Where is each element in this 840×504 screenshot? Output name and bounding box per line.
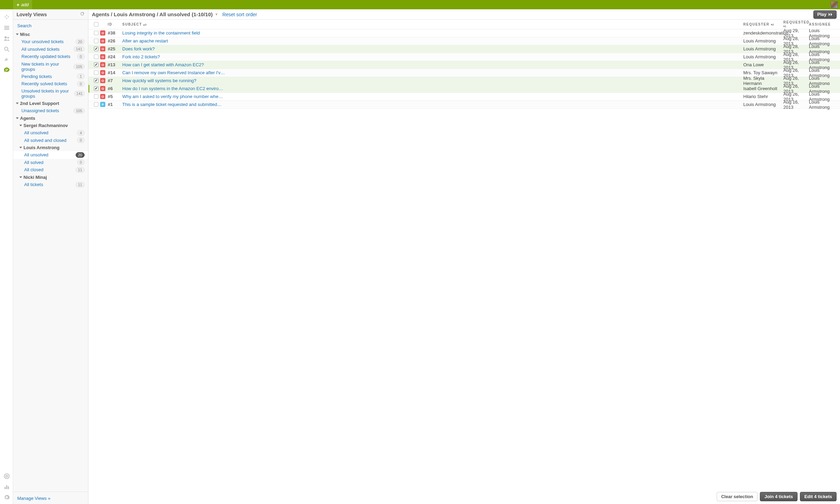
count-badge: 141 [74,91,85,96]
row-checkbox[interactable] [94,47,98,51]
svg-rect-7 [5,69,8,69]
table-row[interactable]: O#24Fork into 2 tickets?Louis ArmstrongA… [88,53,481,61]
group-agents[interactable]: Agents [13,115,88,122]
count-badge: 20 [76,152,85,158]
top-bar: + add [0,0,481,9]
reset-sort-link[interactable]: Reset sort order [222,12,257,17]
main-header: Agents / Louis Armstrong / All unsolved … [88,9,481,20]
sidebar-item[interactable]: All unsolved4 [13,129,88,137]
sidebar-item[interactable]: Pending tickets1 [13,72,88,80]
count-badge: 11 [76,167,85,173]
ticket-id: #6 [108,86,122,91]
sidebar-item[interactable]: Your unsolved tickets20 [13,38,88,46]
ticket-subject-link[interactable]: Why am I asked to verify my phone number… [122,94,481,99]
caret-down-icon [19,125,22,126]
sidebar-search-link[interactable]: Search [17,23,31,28]
ticket-id: #5 [108,94,122,99]
svg-rect-8 [5,70,8,70]
count-badge: 1 [77,74,85,79]
table-row[interactable]: O#5Why am I asked to verify my phone num… [88,93,481,101]
status-badge: O [100,30,105,36]
table-row[interactable]: O#6How do I run systems in the Amazon EC… [88,85,481,93]
agent-sergei[interactable]: Sergei Rachmaninov [13,122,88,129]
table-row[interactable]: O#26After an apache restartLouis Armstro… [88,37,481,45]
sidebar-item[interactable]: Unsolved tickets in your groups141 [13,88,88,100]
row-checkbox[interactable] [94,31,98,35]
row-checkbox[interactable] [94,70,98,75]
sidebar-item[interactable]: All unsolved20 [13,151,88,159]
sidebar-item[interactable]: New tickets in your groups105 [13,60,88,73]
table-row[interactable]: P#1This is a sample ticket requested and… [88,101,481,109]
caret-down-icon [19,176,22,178]
search-icon[interactable] [0,44,13,55]
table-row[interactable]: O#13How can I get started with Amazon EC… [88,61,481,69]
table-row[interactable]: O#38Losing integrity in the containment … [88,29,481,37]
row-checkbox[interactable] [94,94,98,99]
row-checkbox[interactable] [94,62,98,67]
views-icon[interactable] [0,65,13,76]
agent-louis[interactable]: Louis Armstrong [13,144,88,151]
ticket-subject-link[interactable]: Losing integrity in the containment fiel… [122,30,481,36]
ticket-subject-link[interactable]: Can I remove my own Reserved Instance af… [122,70,481,75]
breadcrumb[interactable]: Agents / Louis Armstrong / All unsolved … [92,11,218,17]
ticket-subject-link[interactable]: How do I run systems in the Amazon EC2 e… [122,86,481,91]
menu-icon[interactable] [0,23,13,33]
dashboard-icon[interactable] [0,12,13,23]
sidebar-item[interactable]: Unassigned tickets105 [13,107,88,115]
table-header: ID SUBJECT ▴3 REQUESTER ▾2 REQUESTED ▾1 … [88,20,481,29]
add-button[interactable]: + add [13,0,32,9]
ticket-id: #38 [108,30,122,36]
svg-rect-9 [5,70,7,71]
agent-nicki[interactable]: Nicki Minaj [13,174,88,181]
status-badge: O [100,54,105,59]
ticket-id: #24 [108,54,122,59]
select-all-checkbox[interactable] [94,22,98,27]
ticket-subject-link[interactable]: How quickly will systems be running? [122,78,481,83]
ticket-id: #7 [108,78,122,83]
plus-icon: + [17,2,19,8]
col-id[interactable]: ID [108,22,122,26]
row-checkbox[interactable] [94,102,98,107]
table-row[interactable]: O#14Can I remove my own Reserved Instanc… [88,69,481,77]
sidebar-item[interactable]: All solved and closed0 [13,136,88,144]
ticket-subject-link[interactable]: Fork into 2 tickets? [122,54,481,59]
sidebar: Lovely Views Search Misc Your unsolved t… [13,9,88,288]
sidebar-item[interactable]: Recently updated tickets0 [13,53,88,60]
ticket-id: #26 [108,38,122,43]
ticket-id: #13 [108,62,122,67]
sidebar-item[interactable]: All solved0 [13,159,88,166]
ticket-subject-link[interactable]: This is a sample ticket requested and su… [122,102,481,107]
ticket-subject-link[interactable]: After an apache restart [122,38,481,43]
svg-point-3 [4,36,7,38]
ticket-id: #14 [108,70,122,75]
users-icon[interactable] [0,33,13,44]
col-subject[interactable]: SUBJECT ▴3 [122,22,481,26]
sidebar-item[interactable]: All closed11 [13,166,88,174]
refresh-icon[interactable] [80,11,85,18]
count-badge: 105 [74,108,85,114]
ticket-subject-link[interactable]: Does fork work? [122,46,481,51]
sidebar-item[interactable]: All tickets11 [13,181,88,188]
count-badge: 0 [77,81,85,87]
row-checkbox[interactable] [94,86,98,91]
row-checkbox[interactable] [94,55,98,59]
status-badge: O [100,94,105,99]
sidebar-item[interactable]: All unsolved tickets141 [13,46,88,53]
ticket-subject-link[interactable]: How can I get started with Amazon EC2? [122,62,481,67]
row-checkbox[interactable] [94,39,98,43]
scratch-icon[interactable] [0,54,13,65]
status-badge: O [100,70,105,75]
caret-down-icon [16,117,19,119]
caret-down-icon [16,103,19,104]
row-checkbox[interactable] [94,78,98,83]
ticket-id: #1 [108,102,122,107]
sidebar-item[interactable]: Recently solved tickets0 [13,80,88,88]
table-row[interactable]: O#25Does fork work?Louis ArmstrongAug 28… [88,45,481,53]
table-row[interactable]: O#7How quickly will systems be running?M… [88,77,481,85]
chevron-down-icon: ▼ [215,12,218,16]
group-2nd-level[interactable]: 2nd Level Support [13,100,88,107]
group-misc[interactable]: Misc [13,31,88,38]
status-badge: O [100,38,105,43]
add-label: add [21,2,29,7]
count-badge: 0 [77,159,85,165]
